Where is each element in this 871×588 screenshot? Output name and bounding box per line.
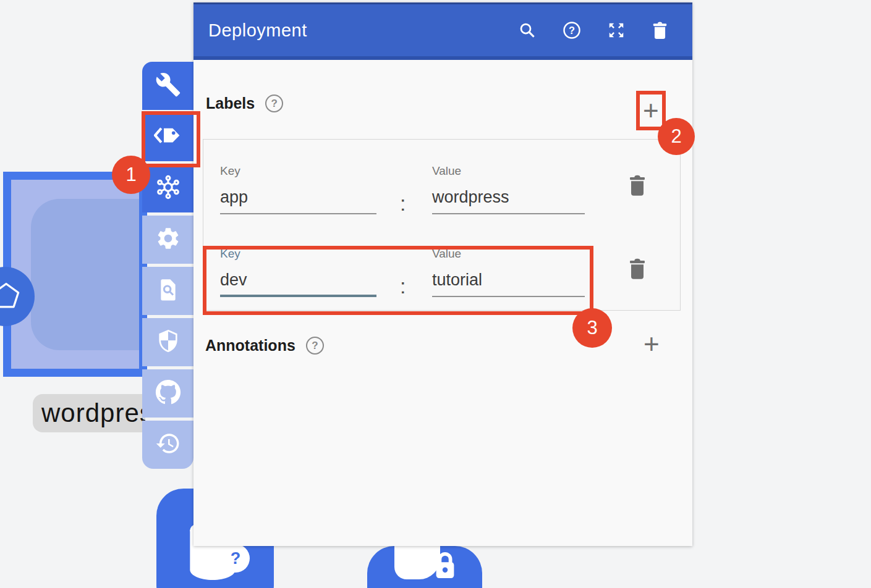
expand-icon[interactable] bbox=[607, 21, 626, 40]
value-label: Value bbox=[432, 164, 585, 178]
file-search-icon bbox=[156, 277, 181, 304]
panel-body: Labels ? + 2 Key app : Value wordpress K… bbox=[193, 60, 692, 542]
labels-heading-text: Labels bbox=[206, 94, 255, 112]
toolbar-item-security[interactable] bbox=[142, 318, 193, 366]
toolbar-item-github[interactable] bbox=[142, 369, 193, 418]
volume-node-locked[interactable] bbox=[367, 546, 482, 588]
toolbar-item-settings[interactable] bbox=[142, 216, 193, 264]
shield-icon bbox=[156, 329, 181, 356]
toolbar-item-history[interactable] bbox=[142, 421, 193, 469]
tutorial-step-2: 2 bbox=[658, 118, 695, 155]
wrench-icon bbox=[155, 72, 181, 100]
tutorial-highlight-labels-tool bbox=[142, 111, 200, 167]
labels-help-icon[interactable]: ? bbox=[265, 94, 283, 112]
label-value-field: Value wordpress bbox=[432, 164, 585, 214]
label-key-field: Key app bbox=[220, 164, 376, 214]
value-input[interactable]: wordpress bbox=[432, 185, 585, 214]
help-icon[interactable]: ? bbox=[563, 21, 581, 40]
history-icon bbox=[155, 430, 181, 459]
add-annotation-button[interactable]: + bbox=[644, 330, 660, 358]
annotations-help-icon[interactable]: ? bbox=[306, 337, 324, 355]
key-input[interactable]: app bbox=[220, 185, 376, 214]
key-label: Key bbox=[220, 164, 376, 178]
deployment-panel: Deployment ? Labels ? + 2 Key bbox=[193, 2, 692, 546]
panel-header-actions: ? bbox=[518, 21, 670, 40]
annotations-heading: Annotations ? bbox=[205, 337, 324, 355]
trash-icon[interactable] bbox=[652, 21, 670, 40]
panel-header: Deployment ? bbox=[193, 2, 692, 60]
gear-icon bbox=[155, 225, 181, 254]
search-icon[interactable] bbox=[518, 21, 537, 40]
github-icon bbox=[155, 379, 181, 408]
node-label: wordpress bbox=[33, 394, 145, 432]
svg-text:?: ? bbox=[569, 25, 575, 36]
question-badge: ? bbox=[221, 544, 250, 573]
toolbar-item-build[interactable] bbox=[142, 62, 193, 110]
tutorial-highlight-new-label-row bbox=[203, 246, 593, 315]
tutorial-step-3: 3 bbox=[572, 308, 612, 348]
annotations-heading-text: Annotations bbox=[205, 337, 295, 355]
panel-title: Deployment bbox=[208, 20, 307, 41]
hub-icon bbox=[155, 174, 182, 203]
delete-label-row-button[interactable] bbox=[627, 173, 647, 198]
delete-label-row-button[interactable] bbox=[627, 256, 647, 281]
toolbar-item-inspect[interactable] bbox=[142, 267, 193, 315]
deployment-node-inner bbox=[31, 199, 147, 350]
key-value-separator: : bbox=[400, 191, 406, 216]
tutorial-step-1: 1 bbox=[112, 156, 150, 194]
labels-heading: Labels ? bbox=[206, 94, 283, 112]
